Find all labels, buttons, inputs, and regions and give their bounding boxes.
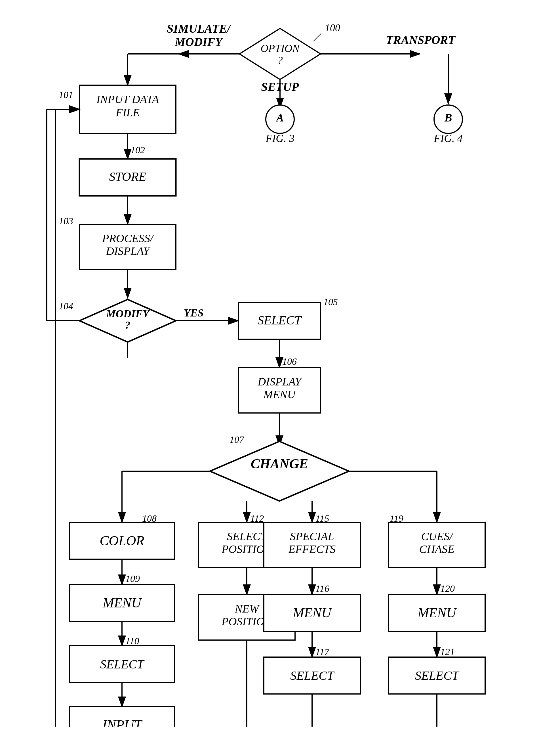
svg-text:DISPLAY: DISPLAY bbox=[105, 245, 151, 257]
svg-text:106: 106 bbox=[282, 356, 297, 367]
svg-line-6 bbox=[314, 34, 321, 41]
svg-text:SELECT: SELECT bbox=[100, 657, 145, 671]
svg-text:SPECIAL: SPECIAL bbox=[290, 530, 334, 543]
svg-text:120: 120 bbox=[440, 583, 455, 594]
flowchart-svg: OPTION ? 100 SIMULATE/ MODIFY TRANSPORT … bbox=[0, 0, 560, 727]
diagram-container: OPTION ? 100 SIMULATE/ MODIFY TRANSPORT … bbox=[0, 0, 560, 727]
svg-text:SELECT: SELECT bbox=[415, 669, 460, 683]
svg-text:CUES/: CUES/ bbox=[421, 530, 454, 543]
svg-text:INPUT DATA: INPUT DATA bbox=[96, 93, 159, 105]
svg-marker-53 bbox=[210, 441, 349, 501]
svg-text:100: 100 bbox=[325, 22, 340, 34]
svg-text:SELECT: SELECT bbox=[227, 530, 267, 543]
svg-text:116: 116 bbox=[316, 583, 329, 594]
svg-text:121: 121 bbox=[440, 646, 455, 657]
svg-text:A: A bbox=[276, 111, 284, 124]
svg-text:?: ? bbox=[277, 54, 283, 66]
svg-text:PROCESS/: PROCESS/ bbox=[102, 232, 154, 245]
svg-text:YES: YES bbox=[184, 307, 204, 319]
svg-text:104: 104 bbox=[59, 301, 73, 311]
svg-text:COLOR: COLOR bbox=[100, 533, 144, 548]
svg-text:101: 101 bbox=[59, 90, 73, 100]
svg-text:FILE: FILE bbox=[116, 106, 140, 119]
svg-text:B: B bbox=[444, 111, 452, 124]
svg-text:SELECT: SELECT bbox=[290, 669, 335, 683]
svg-text:SIMULATE/: SIMULATE/ bbox=[167, 22, 231, 35]
svg-text:?: ? bbox=[125, 319, 131, 331]
svg-text:102: 102 bbox=[131, 145, 145, 155]
svg-text:MODIFY: MODIFY bbox=[175, 36, 223, 49]
svg-text:CHANGE: CHANGE bbox=[251, 456, 308, 471]
svg-text:OPTION: OPTION bbox=[260, 42, 300, 54]
svg-text:107: 107 bbox=[229, 434, 244, 445]
svg-text:103: 103 bbox=[59, 216, 73, 226]
svg-text:MENU: MENU bbox=[102, 595, 142, 610]
svg-text:TRANSPORT: TRANSPORT bbox=[386, 34, 456, 46]
svg-text:SELECT: SELECT bbox=[258, 313, 302, 327]
svg-text:MODIFY: MODIFY bbox=[106, 308, 151, 320]
svg-text:105: 105 bbox=[323, 296, 338, 307]
svg-text:EFFECTS: EFFECTS bbox=[288, 543, 336, 556]
svg-text:117: 117 bbox=[316, 646, 329, 657]
svg-text:DISPLAY: DISPLAY bbox=[257, 375, 302, 388]
svg-text:FIG. 3: FIG. 3 bbox=[265, 132, 294, 144]
svg-text:109: 109 bbox=[125, 573, 140, 584]
svg-text:MENU: MENU bbox=[293, 605, 332, 620]
svg-text:MENU: MENU bbox=[417, 605, 457, 620]
svg-text:INPUT: INPUT bbox=[102, 717, 143, 727]
svg-text:CHASE: CHASE bbox=[419, 543, 455, 556]
svg-text:NEW: NEW bbox=[235, 602, 260, 615]
svg-text:MENU: MENU bbox=[263, 388, 296, 401]
svg-text:FIG. 4: FIG. 4 bbox=[434, 132, 462, 144]
svg-text:110: 110 bbox=[125, 636, 139, 646]
svg-text:STORE: STORE bbox=[109, 170, 146, 183]
